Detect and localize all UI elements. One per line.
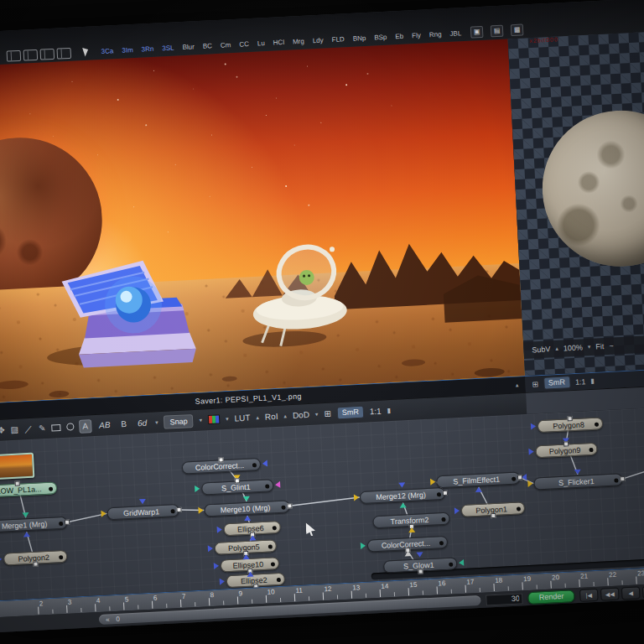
text-tool-a-button[interactable]: A (80, 420, 91, 433)
right-viewer-alpha-checker[interactable]: SubV ▴ 100% ▾ Fit ~ (508, 31, 644, 375)
layout-icon-3[interactable] (40, 49, 55, 60)
ruler-frame-19[interactable]: 19 (522, 574, 551, 591)
ruler-frame-2[interactable]: 2 (38, 598, 67, 615)
ruler-frame-6[interactable]: 6 (152, 592, 181, 610)
toolbar-tool-BC[interactable]: BC (201, 41, 215, 52)
roi-caret-icon[interactable]: ▴ (283, 413, 287, 419)
connector-square-icon[interactable] (564, 441, 569, 446)
connector-square-icon[interactable] (491, 513, 496, 518)
layout-icon-2[interactable] (23, 49, 39, 61)
wave-icon[interactable]: ~ (609, 342, 614, 351)
text-tool-ab-button[interactable]: AB (96, 418, 113, 431)
ruler-frame-23[interactable]: 23 (636, 568, 644, 585)
dod-button[interactable]: DoD (293, 410, 310, 420)
zoom-caret-icon[interactable]: ▾ (588, 344, 591, 351)
current-frame-field[interactable] (486, 593, 524, 605)
hand-tool-icon[interactable]: ✥ (0, 425, 5, 434)
left-smooth-resize-button[interactable]: SmR (336, 406, 364, 420)
ruler-frame-22[interactable]: 22 (607, 569, 636, 587)
toolbar-tool-3Rn[interactable]: 3Rn (139, 44, 155, 55)
render-button[interactable]: Render (527, 589, 574, 605)
connector-square-icon[interactable] (443, 491, 448, 496)
connector-square-icon[interactable] (218, 457, 223, 462)
toolbar-tool-BNp[interactable]: BNp (351, 34, 367, 44)
toolbar-icon-button-3[interactable]: ▦ (511, 23, 524, 36)
pointer-tool-icon[interactable] (82, 46, 90, 56)
saver-caret-icon[interactable]: ▴ (516, 382, 519, 388)
play-reverse-button[interactable]: ◀ (621, 586, 641, 600)
connector-square-icon[interactable] (176, 507, 181, 512)
connector-square-icon[interactable] (33, 562, 38, 567)
subview-button[interactable]: SubV (532, 345, 551, 354)
ruler-frame-16[interactable]: 16 (436, 578, 465, 595)
toolbar-tool-3Im[interactable]: 3Im (120, 45, 135, 56)
layout-icon-1[interactable] (7, 50, 22, 62)
ruler-frame-8[interactable]: 8 (208, 589, 237, 607)
ruler-frame-9[interactable]: 9 (236, 588, 266, 605)
connector-square-icon[interactable] (15, 481, 20, 486)
toolbar-tool-3SL[interactable]: 3SL (160, 43, 176, 54)
layout-icon-4[interactable] (56, 48, 71, 60)
ruler-frame-4[interactable]: 4 (95, 595, 124, 612)
swatch-caret-icon[interactable]: ▾ (226, 415, 229, 422)
ruler-frame-10[interactable]: 10 (265, 586, 294, 604)
smooth-resize-button[interactable]: SmR (543, 376, 571, 390)
left-viewer-mars-scene[interactable] (0, 39, 525, 402)
grid-icon[interactable]: ⊞ (324, 409, 331, 418)
ruler-frame-11[interactable]: 11 (293, 584, 323, 602)
pixel-ratio-label[interactable]: 1:1 (575, 377, 586, 387)
toolbar-tool-BSp[interactable]: BSp (372, 33, 389, 44)
ruler-frame-17[interactable]: 17 (465, 576, 494, 594)
ruler-frame-21[interactable]: 21 (579, 570, 608, 588)
toolbar-tool-JBL[interactable]: JBL (448, 29, 463, 39)
snap-button[interactable]: Snap (164, 413, 194, 428)
toolbar-tool-CC[interactable]: CC (237, 39, 251, 50)
left-pixel-ratio-label[interactable]: 1:1 (369, 407, 381, 417)
toolbar-tool-3Ca[interactable]: 3Ca (99, 46, 115, 57)
toolbar-tool-Cm[interactable]: Cm (219, 40, 233, 51)
toolbar-tool-HCl[interactable]: HCl (271, 38, 286, 49)
text-tool-b-button[interactable]: B (118, 418, 129, 430)
fit-button[interactable]: Fit (595, 342, 604, 351)
pen-tool-icon[interactable]: ✎ (39, 423, 46, 433)
line-tool-icon[interactable]: ／ (24, 423, 34, 434)
connector-square-icon[interactable] (287, 503, 292, 508)
ruler-frame-7[interactable]: 7 (179, 590, 209, 608)
lut-button[interactable]: LUT (234, 413, 250, 423)
gradient-tool-icon[interactable]: ▨ (10, 425, 18, 434)
go-to-start-button[interactable]: |◀ (579, 588, 599, 601)
lut-caret-icon[interactable]: ▴ (256, 414, 259, 421)
toolbar-tool-Ldy[interactable]: Ldy (311, 35, 325, 46)
toolbar-icon-button-2[interactable]: ▤ (491, 25, 504, 38)
connector-square-icon[interactable] (620, 476, 625, 481)
connector-square-icon[interactable] (235, 478, 240, 483)
ruler-frame-5[interactable]: 5 (123, 594, 153, 611)
script-tool-button[interactable]: 6d (135, 417, 150, 429)
toolbar-icon-button-1[interactable]: ▣ (470, 26, 484, 39)
ellipse-tool-icon[interactable] (66, 423, 74, 430)
node-graph-panel[interactable]: GLOW_PL1a...Merge1 (Mrg)Polygon2GridWarp… (0, 407, 644, 601)
ruler-frame-12[interactable]: 12 (322, 584, 351, 601)
rgb-channel-swatch[interactable] (208, 414, 221, 424)
snap-caret-icon[interactable]: ▾ (199, 417, 202, 423)
ruler-frame-20[interactable]: 20 (550, 572, 579, 589)
subview-caret-icon[interactable]: ▴ (555, 345, 558, 352)
ruler-frame-14[interactable]: 14 (379, 580, 408, 598)
toolbar-tool-Lu[interactable]: Lu (256, 39, 267, 49)
toolbar-tool-Eb[interactable]: Eb (393, 32, 405, 43)
zoom-level[interactable]: 100% (564, 343, 584, 352)
toolbar-tool-Blur[interactable]: Blur (180, 42, 196, 53)
ruler-frame-13[interactable]: 13 (351, 582, 380, 600)
ruler-frame-3[interactable]: 3 (66, 596, 96, 614)
step-back-button[interactable]: ◀◀ (600, 587, 620, 600)
loader-thumbnail[interactable] (0, 453, 34, 480)
rectangle-tool-icon[interactable] (51, 423, 60, 431)
dod-caret-icon[interactable]: ▾ (315, 411, 319, 418)
connector-square-icon[interactable] (567, 416, 572, 421)
checker-grid-icon[interactable]: ⊞ (532, 380, 538, 388)
roi-button[interactable]: RoI (265, 412, 278, 422)
toolbar-tool-Fly[interactable]: Fly (410, 31, 423, 42)
toolbar-tool-FLD[interactable]: FLD (330, 34, 346, 45)
ruler-frame-18[interactable]: 18 (493, 574, 522, 592)
connector-square-icon[interactable] (65, 520, 70, 525)
